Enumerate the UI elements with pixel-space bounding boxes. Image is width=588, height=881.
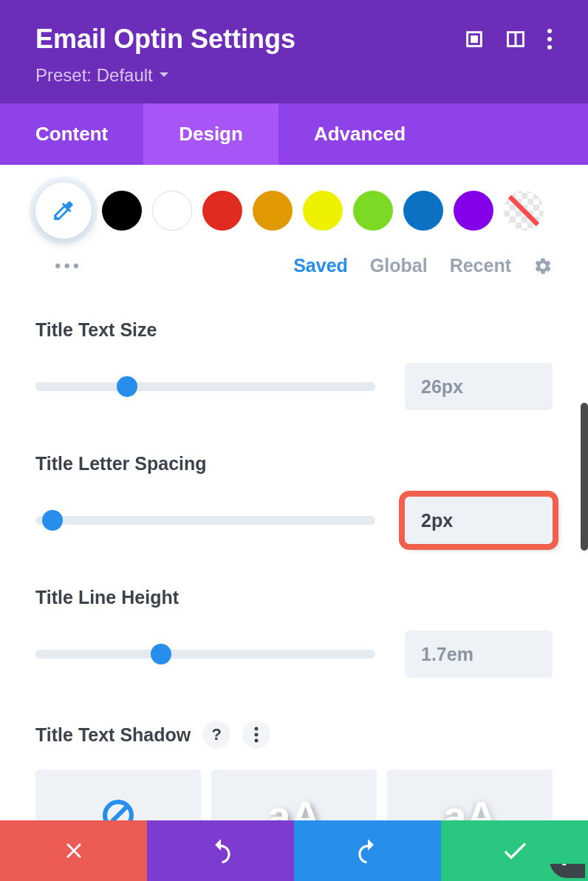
redo-button[interactable] (294, 820, 441, 881)
tab-content[interactable]: Content (0, 103, 143, 165)
preset-selector[interactable]: Preset: Default (35, 65, 553, 86)
input-line-height[interactable]: 1.7em (405, 630, 553, 678)
tab-design[interactable]: Design (143, 103, 278, 165)
label-text-shadow: Title Text Shadow (35, 724, 191, 746)
field-letter-spacing: Title Letter Spacing 2px (35, 453, 553, 544)
input-text-size[interactable]: 26px (405, 363, 553, 410)
svg-point-8 (255, 733, 259, 737)
slider-letter-spacing[interactable] (35, 516, 375, 525)
eyedropper-button[interactable] (35, 183, 92, 239)
svg-point-9 (255, 739, 259, 743)
tab-advanced[interactable]: Advanced (278, 103, 441, 165)
check-icon (500, 836, 530, 865)
panel-icon[interactable] (505, 29, 526, 50)
slider-text-size[interactable] (35, 382, 375, 391)
settings-header: Email Optin Settings Preset: Default (0, 0, 588, 103)
footer-actions (0, 820, 588, 881)
color-swatch[interactable] (253, 191, 293, 231)
color-swatch-none[interactable] (504, 191, 544, 231)
svg-point-7 (255, 727, 259, 731)
scrollbar[interactable] (581, 403, 588, 551)
chevron-down-icon (159, 72, 169, 79)
label-line-height: Title Line Height (35, 587, 553, 608)
label-letter-spacing: Title Letter Spacing (35, 453, 553, 474)
color-swatch[interactable] (152, 191, 192, 231)
color-swatch[interactable] (202, 191, 242, 231)
label-text-size: Title Text Size (35, 319, 553, 341)
color-picker-row (35, 183, 553, 239)
undo-icon (207, 837, 235, 865)
close-icon (61, 838, 86, 863)
color-swatch[interactable] (353, 191, 393, 231)
input-letter-spacing[interactable]: 2px (405, 497, 553, 544)
options-icon[interactable] (242, 721, 270, 749)
more-icon[interactable] (547, 28, 553, 50)
palette-tabs: ••• Saved Global Recent (35, 255, 553, 276)
kebab-icon (254, 727, 259, 743)
undo-button[interactable] (147, 820, 294, 881)
svg-point-6 (547, 45, 552, 50)
main-tabs: Content Design Advanced (0, 103, 588, 165)
field-text-size: Title Text Size 26px (35, 319, 553, 410)
color-swatch[interactable] (303, 191, 343, 231)
palette-tab-recent[interactable]: Recent (450, 255, 511, 276)
slider-thumb[interactable] (117, 376, 137, 397)
palette-tab-saved[interactable]: Saved (293, 255, 348, 276)
page-title: Email Optin Settings (35, 24, 295, 55)
slider-thumb[interactable] (42, 510, 63, 531)
redo-icon (354, 837, 382, 865)
color-swatch[interactable] (102, 191, 142, 231)
close-button[interactable] (0, 820, 147, 881)
gear-icon[interactable] (533, 256, 553, 276)
more-dots-icon[interactable]: ••• (55, 256, 82, 276)
svg-point-5 (547, 37, 552, 41)
color-swatch[interactable] (403, 191, 443, 231)
slider-line-height[interactable] (35, 650, 375, 659)
field-line-height: Title Line Height 1.7em (35, 587, 553, 678)
svg-rect-1 (472, 37, 477, 42)
palette-tab-global[interactable]: Global (370, 255, 428, 276)
svg-point-4 (547, 29, 552, 33)
eyedropper-icon (51, 198, 76, 223)
expand-icon[interactable] (464, 29, 485, 50)
slider-thumb[interactable] (151, 644, 171, 664)
color-swatch[interactable] (454, 191, 493, 231)
help-icon[interactable]: ? (202, 721, 230, 749)
